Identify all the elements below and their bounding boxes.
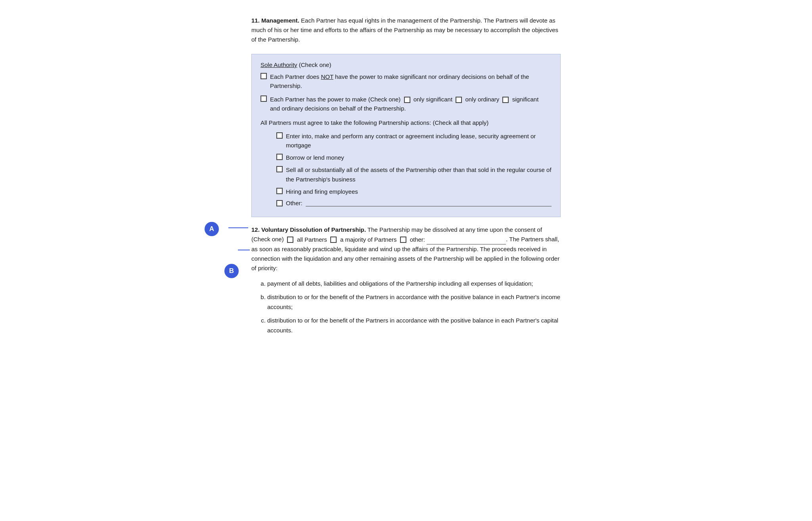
option1-checkbox[interactable]	[260, 73, 267, 79]
annotation-b-group: B	[238, 250, 250, 250]
section-11-text: 11. Management. Each Partner has equal r…	[251, 16, 561, 44]
list-item-b-text: distribution to or for the benefit of th…	[267, 294, 560, 311]
section-12-para1: 12. Voluntary Dissolution of Partnership…	[251, 225, 561, 273]
all-partners-checkbox[interactable]	[287, 237, 293, 243]
other-checkbox[interactable]	[400, 237, 406, 243]
section-12: 12. Voluntary Dissolution of Partnership…	[251, 225, 561, 336]
annotation-a-line	[228, 227, 248, 228]
option2-ord-checkbox[interactable]	[456, 97, 462, 103]
indented-checks-group: Enter into, make and perform any contrac…	[276, 132, 552, 207]
option1-row: Each Partner does NOT have the power to …	[260, 72, 552, 91]
option1-text: Each Partner does NOT have the power to …	[270, 72, 552, 91]
annotation-a-circle: A	[205, 222, 219, 236]
item4-text: Hiring and firing employees	[286, 187, 552, 196]
item2-row: Borrow or lend money	[276, 153, 552, 162]
item4-row: Hiring and firing employees	[276, 187, 552, 196]
item2-checkbox[interactable]	[276, 154, 283, 160]
item5-checkbox[interactable]	[276, 200, 283, 206]
section-12-heading: 12. Voluntary Dissolution of Partnership…	[251, 226, 366, 233]
all-partners-label: all Partners	[297, 235, 327, 244]
item5-row: Other:	[276, 199, 552, 206]
other-label: other:	[410, 235, 425, 244]
item1-row: Enter into, make and perform any contrac…	[276, 132, 552, 150]
item1-text: Enter into, make and perform any contrac…	[286, 132, 552, 150]
item3-text: Sell all or substantially all of the ass…	[286, 165, 552, 184]
item2-text: Borrow or lend money	[286, 153, 552, 162]
item4-checkbox[interactable]	[276, 188, 283, 194]
option2-sig-checkbox[interactable]	[404, 97, 410, 103]
option-majority-wrap: a majority of Partners	[329, 235, 397, 244]
not-underline: NOT	[321, 73, 333, 80]
majority-checkbox[interactable]	[330, 237, 337, 243]
sole-authority-box: Sole Authority (Check one) Each Partner …	[251, 54, 561, 217]
option2-checkbox[interactable]	[260, 95, 267, 102]
option2-both-checkbox[interactable]	[502, 97, 509, 103]
list-item-b: distribution to or for the benefit of th…	[267, 292, 561, 312]
sole-authority-title-line: Sole Authority (Check one)	[260, 61, 552, 68]
section-11-heading: 11. Management.	[251, 17, 299, 24]
item3-row: Sell all or substantially all of the ass…	[276, 165, 552, 184]
dissolution-other-input[interactable]	[427, 244, 506, 244]
list-item-a-text: payment of all debts, liabilities and ob…	[267, 280, 533, 287]
section-12-container: A B 12. Voluntary Dissolution of Partner…	[251, 225, 561, 336]
check-one-label: (Check one)	[297, 61, 331, 68]
option2-row: Each Partner has the power to make (Chec…	[260, 95, 552, 113]
other-input-field[interactable]	[306, 199, 552, 206]
option2-text: Each Partner has the power to make (Chec…	[270, 95, 552, 113]
option-other-wrap: other:	[398, 235, 425, 244]
annotation-a-group: A	[228, 227, 248, 228]
list-item-c: distribution to or for the benefit of th…	[267, 315, 561, 336]
item5-label: Other:	[286, 200, 303, 206]
option-all-partners-wrap: all Partners	[285, 235, 327, 244]
majority-label: a majority of Partners	[340, 235, 397, 244]
item3-checkbox[interactable]	[276, 166, 283, 172]
dissolution-list: payment of all debts, liabilities and ob…	[267, 279, 561, 336]
sole-authority-label: Sole Authority	[260, 61, 297, 68]
list-item-c-text: distribution to or for the benefit of th…	[267, 317, 558, 334]
annotation-b-circle: B	[224, 264, 239, 278]
annotation-b-line	[238, 250, 250, 250]
all-partners-text: All Partners must agree to take the foll…	[260, 118, 552, 128]
list-item-a: payment of all debts, liabilities and ob…	[267, 279, 561, 289]
section-11: 11. Management. Each Partner has equal r…	[251, 16, 561, 44]
item1-checkbox[interactable]	[276, 132, 283, 139]
